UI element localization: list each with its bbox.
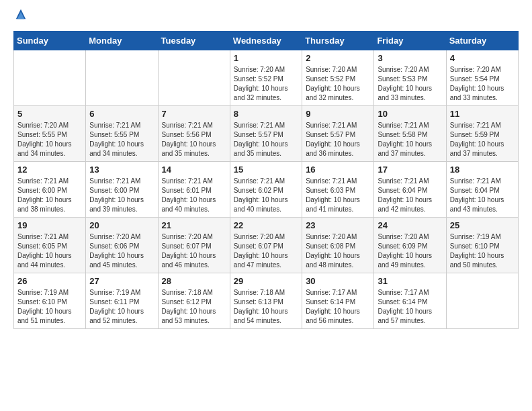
day-number: 21 [162, 220, 226, 230]
calendar-day-cell: 31Sunrise: 7:17 AM Sunset: 6:14 PM Dayli… [374, 273, 446, 329]
day-info: Sunrise: 7:21 AM Sunset: 6:01 PM Dayligh… [162, 177, 226, 214]
day-info: Sunrise: 7:20 AM Sunset: 6:07 PM Dayligh… [234, 232, 298, 270]
calendar-day-cell: 24Sunrise: 7:20 AM Sunset: 6:09 PM Dayli… [374, 218, 446, 273]
calendar-header-row: SundayMondayTuesdayWednesdayThursdayFrid… [14, 32, 519, 50]
calendar-day-cell: 10Sunrise: 7:21 AM Sunset: 5:58 PM Dayli… [374, 106, 446, 162]
day-of-week-header: Saturday [446, 32, 518, 50]
calendar-day-cell: 29Sunrise: 7:18 AM Sunset: 6:13 PM Dayli… [230, 273, 302, 329]
day-info: Sunrise: 7:20 AM Sunset: 5:54 PM Dayligh… [450, 65, 515, 103]
day-info: Sunrise: 7:20 AM Sunset: 5:52 PM Dayligh… [306, 65, 370, 103]
calendar-day-cell [14, 50, 86, 106]
calendar-week-row: 12Sunrise: 7:21 AM Sunset: 6:00 PM Dayli… [14, 162, 519, 218]
day-number: 5 [17, 109, 82, 119]
day-number: 19 [17, 220, 82, 230]
day-info: Sunrise: 7:21 AM Sunset: 5:57 PM Dayligh… [306, 121, 370, 158]
day-of-week-header: Thursday [302, 32, 374, 50]
calendar-day-cell: 14Sunrise: 7:21 AM Sunset: 6:01 PM Dayli… [158, 162, 230, 218]
calendar-week-row: 1Sunrise: 7:20 AM Sunset: 5:52 PM Daylig… [14, 50, 519, 106]
calendar-day-cell: 11Sunrise: 7:21 AM Sunset: 5:59 PM Dayli… [446, 106, 518, 162]
day-number: 10 [378, 109, 442, 119]
day-number: 18 [450, 165, 515, 175]
calendar-day-cell: 4Sunrise: 7:20 AM Sunset: 5:54 PM Daylig… [446, 50, 518, 106]
calendar-day-cell: 26Sunrise: 7:19 AM Sunset: 6:10 PM Dayli… [14, 273, 86, 329]
day-number: 9 [306, 109, 370, 119]
calendar-body: 1Sunrise: 7:20 AM Sunset: 5:52 PM Daylig… [14, 50, 519, 329]
day-info: Sunrise: 7:21 AM Sunset: 6:04 PM Dayligh… [378, 177, 442, 214]
day-number: 30 [306, 276, 370, 286]
day-number: 22 [234, 220, 298, 230]
calendar-day-cell: 28Sunrise: 7:18 AM Sunset: 6:12 PM Dayli… [158, 273, 230, 329]
day-info: Sunrise: 7:21 AM Sunset: 6:00 PM Dayligh… [17, 177, 82, 214]
day-info: Sunrise: 7:21 AM Sunset: 5:57 PM Dayligh… [234, 121, 298, 158]
calendar-day-cell: 17Sunrise: 7:21 AM Sunset: 6:04 PM Dayli… [374, 162, 446, 218]
day-info: Sunrise: 7:20 AM Sunset: 5:52 PM Dayligh… [234, 65, 298, 103]
calendar-day-cell: 18Sunrise: 7:21 AM Sunset: 6:04 PM Dayli… [446, 162, 518, 218]
day-number: 3 [378, 53, 442, 63]
calendar-table: SundayMondayTuesdayWednesdayThursdayFrid… [13, 31, 519, 329]
day-number: 13 [89, 165, 154, 175]
day-info: Sunrise: 7:18 AM Sunset: 6:12 PM Dayligh… [162, 288, 226, 326]
day-info: Sunrise: 7:21 AM Sunset: 5:58 PM Dayligh… [378, 121, 442, 158]
calendar-week-row: 5Sunrise: 7:20 AM Sunset: 5:55 PM Daylig… [14, 106, 519, 162]
calendar-day-cell: 16Sunrise: 7:21 AM Sunset: 6:03 PM Dayli… [302, 162, 374, 218]
calendar-header: SundayMondayTuesdayWednesdayThursdayFrid… [14, 32, 519, 50]
day-of-week-header: Sunday [14, 32, 86, 50]
day-info: Sunrise: 7:20 AM Sunset: 6:06 PM Dayligh… [89, 232, 154, 270]
day-number: 25 [450, 220, 515, 230]
calendar-day-cell: 21Sunrise: 7:20 AM Sunset: 6:07 PM Dayli… [158, 218, 230, 273]
calendar-day-cell: 8Sunrise: 7:21 AM Sunset: 5:57 PM Daylig… [230, 106, 302, 162]
day-info: Sunrise: 7:18 AM Sunset: 6:13 PM Dayligh… [234, 288, 298, 326]
calendar-day-cell: 5Sunrise: 7:20 AM Sunset: 5:55 PM Daylig… [14, 106, 86, 162]
calendar-day-cell: 6Sunrise: 7:21 AM Sunset: 5:55 PM Daylig… [86, 106, 158, 162]
day-number: 11 [450, 109, 515, 119]
day-info: Sunrise: 7:21 AM Sunset: 6:03 PM Dayligh… [306, 177, 370, 214]
day-number: 7 [162, 109, 226, 119]
day-info: Sunrise: 7:20 AM Sunset: 5:55 PM Dayligh… [17, 121, 82, 158]
calendar-day-cell: 22Sunrise: 7:20 AM Sunset: 6:07 PM Dayli… [230, 218, 302, 273]
day-number: 28 [162, 276, 226, 286]
logo-icon [15, 8, 27, 20]
day-number: 20 [89, 220, 154, 230]
day-info: Sunrise: 7:17 AM Sunset: 6:14 PM Dayligh… [378, 288, 442, 326]
calendar-day-cell: 15Sunrise: 7:21 AM Sunset: 6:02 PM Dayli… [230, 162, 302, 218]
day-number: 4 [450, 53, 515, 63]
calendar-day-cell: 2Sunrise: 7:20 AM Sunset: 5:52 PM Daylig… [302, 50, 374, 106]
calendar-day-cell: 9Sunrise: 7:21 AM Sunset: 5:57 PM Daylig… [302, 106, 374, 162]
page-header [13, 13, 519, 20]
day-info: Sunrise: 7:21 AM Sunset: 6:04 PM Dayligh… [450, 177, 515, 214]
calendar-day-cell: 20Sunrise: 7:20 AM Sunset: 6:06 PM Dayli… [86, 218, 158, 273]
day-number: 2 [306, 53, 370, 63]
calendar-day-cell: 23Sunrise: 7:20 AM Sunset: 6:08 PM Dayli… [302, 218, 374, 273]
day-number: 15 [234, 165, 298, 175]
calendar-day-cell: 1Sunrise: 7:20 AM Sunset: 5:52 PM Daylig… [230, 50, 302, 106]
calendar-day-cell: 3Sunrise: 7:20 AM Sunset: 5:53 PM Daylig… [374, 50, 446, 106]
calendar-day-cell: 27Sunrise: 7:19 AM Sunset: 6:11 PM Dayli… [86, 273, 158, 329]
day-info: Sunrise: 7:21 AM Sunset: 5:59 PM Dayligh… [450, 121, 515, 158]
logo [13, 13, 27, 20]
calendar-day-cell: 25Sunrise: 7:19 AM Sunset: 6:10 PM Dayli… [446, 218, 518, 273]
calendar-week-row: 19Sunrise: 7:21 AM Sunset: 6:05 PM Dayli… [14, 218, 519, 273]
day-number: 6 [89, 109, 154, 119]
calendar-day-cell: 30Sunrise: 7:17 AM Sunset: 6:14 PM Dayli… [302, 273, 374, 329]
day-of-week-header: Wednesday [230, 32, 302, 50]
day-number: 17 [378, 165, 442, 175]
day-info: Sunrise: 7:20 AM Sunset: 5:53 PM Dayligh… [378, 65, 442, 103]
day-info: Sunrise: 7:20 AM Sunset: 6:09 PM Dayligh… [378, 232, 442, 270]
calendar-day-cell [86, 50, 158, 106]
day-info: Sunrise: 7:20 AM Sunset: 6:08 PM Dayligh… [306, 232, 370, 270]
day-info: Sunrise: 7:19 AM Sunset: 6:11 PM Dayligh… [89, 288, 154, 326]
day-number: 1 [234, 53, 298, 63]
day-info: Sunrise: 7:21 AM Sunset: 5:56 PM Dayligh… [162, 121, 226, 158]
day-info: Sunrise: 7:19 AM Sunset: 6:10 PM Dayligh… [450, 232, 515, 270]
day-info: Sunrise: 7:20 AM Sunset: 6:07 PM Dayligh… [162, 232, 226, 270]
day-of-week-header: Tuesday [158, 32, 230, 50]
day-number: 26 [17, 276, 82, 286]
calendar-day-cell: 7Sunrise: 7:21 AM Sunset: 5:56 PM Daylig… [158, 106, 230, 162]
day-info: Sunrise: 7:21 AM Sunset: 6:00 PM Dayligh… [89, 177, 154, 214]
day-number: 16 [306, 165, 370, 175]
day-of-week-header: Friday [374, 32, 446, 50]
day-info: Sunrise: 7:21 AM Sunset: 6:05 PM Dayligh… [17, 232, 82, 270]
day-number: 23 [306, 220, 370, 230]
day-number: 24 [378, 220, 442, 230]
day-number: 29 [234, 276, 298, 286]
